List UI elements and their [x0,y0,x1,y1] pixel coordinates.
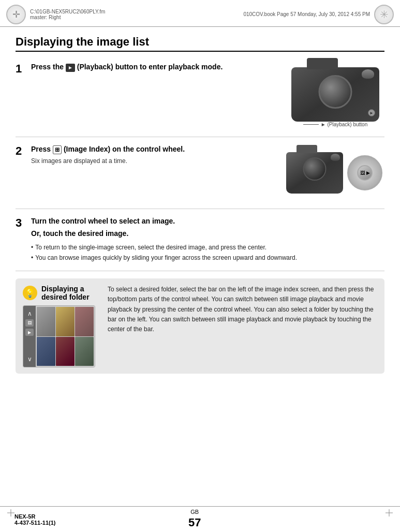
camera-lens-step2 [303,157,327,181]
thumb-5 [56,337,75,366]
bullet-dot-2: • [31,253,33,262]
tip-title: Displaying a desired folder [41,285,100,301]
bullet-dot-1: • [31,243,33,252]
step-1: 1 Press the ► (Playback) button to enter… [16,55,384,137]
camera-lens-step1 [319,75,352,109]
step-2-image: 🖼▶ [286,144,384,201]
header-filepath: C:\01GB-NEX5RUC2\060PLY.fm master: Right [30,9,105,20]
step-2-number: 2 [16,145,25,201]
camera-body-step2 [286,152,343,194]
camera-body-step2-wrap [286,152,343,194]
folder-images-grid [36,306,95,367]
thumb-4 [37,337,55,366]
header-left: ✛ C:\01GB-NEX5RUC2\060PLY.fm master: Rig… [6,5,105,24]
page-title: Displaying the image list [16,35,384,52]
folder-sidebar: ∧ 🖼 ▶ ∨ [23,306,36,367]
thumb-2 [56,307,75,336]
step-2-maintext: Press ⊞ (Image Index) on the control whe… [31,144,280,155]
folder-down-arrow: ∨ [27,356,32,363]
control-wheel-inner: 🖼▶ [357,165,373,181]
main-content: Displaying the image list 1 Press the ► … [16,27,384,506]
footer: NEX-5R 4-437-511-11(1) GB 57 [0,506,400,532]
header-page-info: 010COV.book Page 57 Monday, July 30, 201… [243,11,370,17]
step-1-content: Press the ► (Playback) button to enter p… [31,62,280,129]
tip-body: To select a desired folder, select the b… [108,285,377,367]
thumb-3 [75,307,94,336]
tip-left: 💡 Displaying a desired folder ∧ 🖼 ▶ ∨ [23,285,100,367]
folder-image: ∧ 🖼 ▶ ∨ [23,305,95,367]
thumb-6 [75,337,94,366]
camera-body-step1: ► [291,67,379,122]
step-1-number: 1 [16,63,25,129]
header-right: 010COV.book Page 57 Monday, July 30, 201… [243,5,394,24]
index-icons: 🖼▶ [360,170,370,175]
step-3: 3 Turn the control wheel to select an im… [16,209,384,271]
step-3-maintext2: Or, touch the desired image. [31,229,384,239]
step-3-bullets: • To return to the single-image screen, … [31,243,384,262]
snowflake-icon: ✳ [374,5,394,24]
step-2: 2 Press ⊞ (Image Index) on the control w… [16,137,384,209]
thumb-1 [37,307,55,336]
folder-up-arrow: ∧ [27,310,32,317]
footer-model: NEX-5R 4-437-511-11(1) [14,513,56,526]
step-1-image: ► ► (Playback) button [286,62,384,129]
footer-page: GB 57 [188,508,201,530]
folder-icon-movie: ▶ [25,329,34,336]
step-3-content: Turn the control wheel to select an imag… [31,216,384,263]
header-bar: ✛ C:\01GB-NEX5RUC2\060PLY.fm master: Rig… [0,0,400,27]
camera-label-step1: ► (Playback) button [303,122,368,127]
folder-icon-still: 🖼 [25,319,34,327]
tip-box: 💡 Displaying a desired folder ∧ 🖼 ▶ ∨ [16,278,384,374]
step-3-bullet-1: • To return to the single-image screen, … [31,243,384,252]
step-3-maintext: Turn the control wheel to select an imag… [31,216,384,227]
step-1-text: Press the ► (Playback) button to enter p… [31,62,280,72]
step-3-bullet-2: • You can browse images quickly by slidi… [31,253,384,262]
tip-icon: 💡 [23,286,37,300]
step-2-content: Press ⊞ (Image Index) on the control whe… [31,144,280,201]
compass-icon: ✛ [6,5,26,24]
step-3-number: 3 [16,217,25,263]
tip-header: 💡 Displaying a desired folder [23,285,100,301]
control-wheel-step2: 🖼▶ [347,155,382,190]
step-2-subtext: Six images are displayed at a time. [31,157,280,166]
